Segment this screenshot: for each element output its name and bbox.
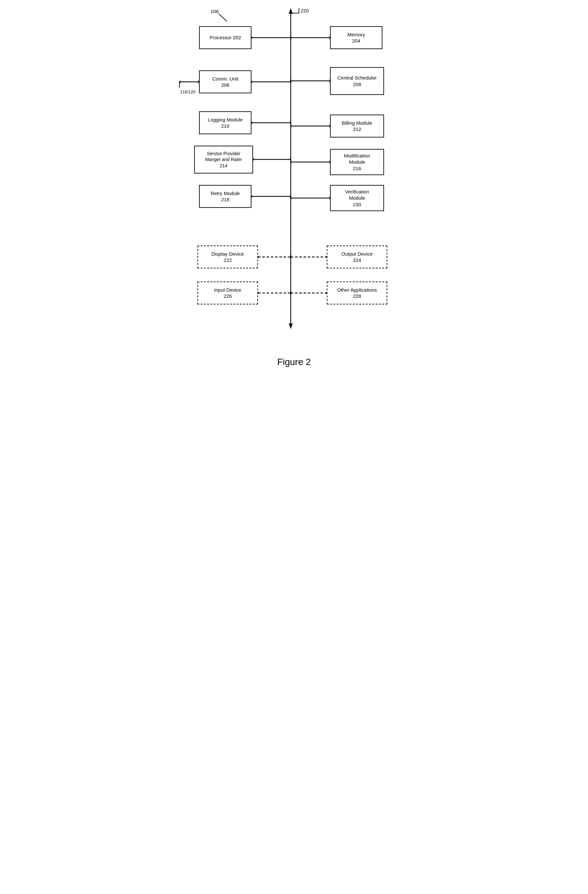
verification-module-box: VerificationModule230 [330, 185, 384, 211]
display-device-box: Display Device222 [197, 246, 258, 269]
service-provider-label: Service ProviderManger and Rater214 [205, 151, 242, 169]
central-scheduler-label: Central Scheduler208 [337, 75, 376, 88]
logging-module-label: Logging Module210 [208, 116, 243, 129]
billing-module-box: Billing Module212 [330, 115, 384, 137]
verification-module-label: VerificationModule230 [345, 189, 369, 208]
comm-unit-box: Comm. Unit206 [199, 70, 251, 93]
svg-marker-20 [251, 80, 252, 84]
display-device-label: Display Device222 [212, 251, 244, 264]
svg-marker-44 [258, 255, 258, 259]
svg-line-6 [219, 14, 227, 21]
figure-caption: Figure 2 [277, 357, 311, 367]
memory-box: Memory204 [330, 26, 382, 49]
input-device-box: Input Device226 [197, 281, 258, 304]
output-device-label: Output Device224 [342, 251, 373, 264]
other-applications-box: Other Applications228 [327, 281, 387, 304]
svg-marker-38 [251, 195, 252, 198]
retry-module-label: Retry Module218 [210, 190, 240, 203]
retry-module-box: Retry Module218 [199, 185, 251, 208]
modification-module-label: ModificationModule216 [344, 153, 370, 172]
other-applications-label: Other Applications228 [337, 287, 377, 299]
comm-unit-label: Comm. Unit206 [212, 76, 238, 88]
svg-text:106: 106 [210, 9, 219, 14]
modification-module-box: ModificationModule216 [330, 149, 384, 175]
svg-marker-32 [253, 157, 254, 162]
processor-label: Processor 202 [210, 35, 241, 41]
input-device-label: Input Device226 [214, 287, 241, 299]
svg-marker-2 [289, 323, 293, 329]
svg-text:116/120: 116/120 [180, 89, 195, 94]
billing-module-label: Billing Module212 [342, 120, 372, 133]
output-device-box: Output Device224 [327, 246, 387, 269]
svg-text:220: 220 [301, 8, 309, 14]
processor-box: Processor 202 [199, 26, 251, 49]
svg-marker-26 [251, 121, 252, 125]
diagram: 220 106 116/120 [180, 6, 408, 350]
svg-marker-14 [251, 36, 252, 39]
service-provider-box: Service ProviderManger and Rater214 [194, 146, 253, 174]
central-scheduler-box: Central Scheduler208 [330, 67, 384, 95]
logging-module-box: Logging Module210 [199, 111, 251, 134]
memory-label: Memory204 [348, 32, 365, 44]
svg-marker-50 [258, 291, 258, 295]
